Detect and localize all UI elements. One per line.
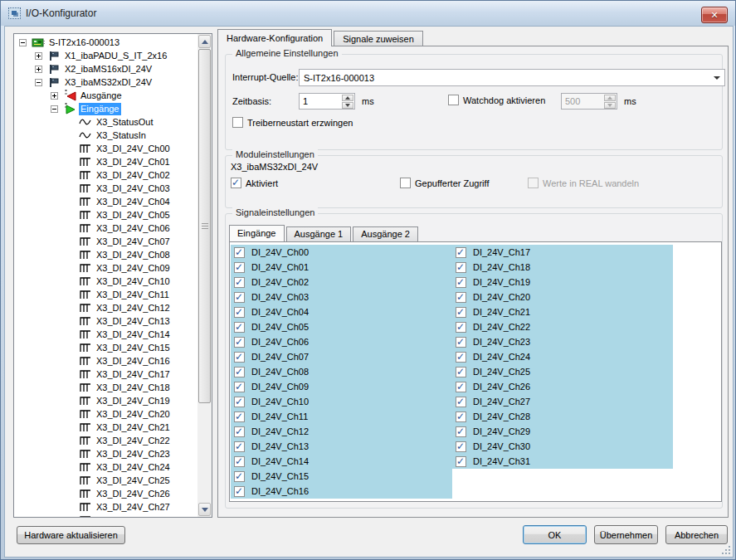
tree-item[interactable]: X3_DI_24V_Ch19 [14,394,197,407]
treiberneustart-checkbox[interactable] [232,117,243,128]
treiberneustart-checkbox-row[interactable]: Treiberneustart erzwingen [232,117,353,128]
signal-checkbox[interactable] [456,352,466,363]
signal-checkbox[interactable] [234,262,245,273]
tree-item[interactable]: X3_DI_24V_Ch24 [14,460,197,474]
signal-checkbox[interactable] [456,456,466,467]
signal-checkbox[interactable] [456,307,466,318]
signal-checkbox[interactable] [456,292,466,303]
signal-checkbox-row[interactable]: DI_24V_Ch03 [231,290,452,304]
tree-item[interactable]: X1_ibaPADU_S_IT_2x16 [14,49,197,62]
tree-item[interactable]: X3_ibaMS32xDI_24V [14,75,197,89]
tree-item[interactable]: X3_DI_24V_Ch01 [14,155,197,168]
tree-item[interactable]: X3_DI_24V_Ch00 [14,142,197,155]
tree-item-label[interactable]: X3_DI_24V_Ch13 [95,315,172,328]
signal-checkbox-row[interactable]: DI_24V_Ch12 [231,424,452,439]
tree-item[interactable]: X3_DI_24V_Ch04 [14,195,197,208]
tree-item-label[interactable]: X3_DI_24V_Ch20 [95,408,172,421]
signal-checkbox[interactable] [234,441,245,452]
scroll-down-button[interactable] [198,503,211,516]
signal-checkbox-row[interactable]: DI_24V_Ch17 [452,245,673,260]
tree-item-label[interactable]: X3_DI_24V_Ch10 [95,275,172,288]
hardware-aktualisieren-button[interactable]: Hardware aktualisieren [17,526,125,544]
signal-checkbox-row[interactable]: DI_24V_Ch13 [231,439,452,454]
expand-icon[interactable] [35,66,42,73]
tab-eingaenge[interactable]: Eingänge [229,225,285,241]
signal-checkbox[interactable] [234,426,245,437]
signal-checkbox[interactable] [234,247,245,258]
tab-signale-zuweisen[interactable]: Signale zuweisen [334,31,423,46]
signal-checkbox-row[interactable]: DI_24V_Ch24 [452,349,673,364]
tree-item-label[interactable]: X3_DI_24V_Ch05 [95,209,172,222]
tree-item[interactable]: X3_DI_24V_Ch28 [14,514,197,518]
tree-item-label[interactable]: X3_DI_24V_Ch11 [95,289,171,301]
tree-item[interactable]: X3_DI_24V_Ch12 [14,301,197,314]
signal-checkbox-row[interactable]: DI_24V_Ch22 [452,319,673,334]
signal-checkbox[interactable] [234,411,245,422]
tree-item[interactable]: Eingänge [14,102,197,115]
tree-item[interactable]: X3_StatusOut [14,115,197,129]
tree-item[interactable]: X3_DI_24V_Ch20 [14,407,197,421]
tree-item-label[interactable]: X3_DI_24V_Ch16 [95,355,172,368]
tab-ausgaenge-1[interactable]: Ausgänge 1 [286,226,352,241]
collapse-icon[interactable] [51,105,58,113]
tree-item[interactable]: X3_DI_24V_Ch22 [14,434,197,447]
tree-item[interactable]: S-IT2x16-000013 [14,36,197,49]
tree-scrollbar[interactable] [197,34,212,517]
tree-item-label[interactable]: X3_DI_24V_Ch02 [95,169,172,182]
tree-item[interactable]: X3_DI_24V_Ch10 [14,275,197,288]
signal-checkbox[interactable] [456,441,466,452]
tree-item[interactable]: X3_DI_24V_Ch05 [14,208,197,222]
tree-item-label[interactable]: X2_ibaMS16xDI_24V [63,63,154,75]
tree-item-label[interactable]: X3_StatusIn [95,129,148,142]
tree-item-label[interactable]: X3_DI_24V_Ch21 [95,421,172,434]
signal-checkbox-row[interactable]: DI_24V_Ch27 [452,394,673,409]
signal-checkbox[interactable] [456,382,466,392]
collapse-icon[interactable] [35,79,42,86]
tree-item-label[interactable]: X3_DI_24V_Ch26 [95,488,172,500]
signal-checkbox-row[interactable]: DI_24V_Ch23 [452,334,673,349]
stepper-down-button[interactable] [342,102,353,109]
signal-checkbox[interactable] [456,247,466,258]
signal-checkbox[interactable] [234,471,245,482]
tree-item[interactable]: X3_DI_24V_Ch06 [14,222,197,235]
signal-checkbox-row[interactable]: DI_24V_Ch08 [231,364,452,379]
resize-grip[interactable] [722,546,730,554]
signal-checkbox[interactable] [456,337,466,348]
signal-checkbox-row[interactable]: DI_24V_Ch01 [231,260,452,275]
signal-checkbox-row[interactable]: DI_24V_Ch14 [231,454,452,469]
tree-item-label[interactable]: X3_DI_24V_Ch23 [95,448,172,460]
signal-checkbox[interactable] [234,367,245,377]
tree-item-label[interactable]: X3_DI_24V_Ch22 [95,435,172,447]
tree-item-label[interactable]: X3_DI_24V_Ch06 [95,222,172,235]
tree-item[interactable]: X3_DI_24V_Ch08 [14,248,197,261]
tree-item-label[interactable]: X3_DI_24V_Ch00 [95,143,172,155]
tree-item-label[interactable]: X3_ibaMS32xDI_24V [63,76,154,89]
signal-checkbox[interactable] [234,486,245,497]
signal-checkbox[interactable] [234,277,245,288]
aktiviert-checkbox[interactable] [231,178,241,188]
expand-icon[interactable] [35,52,42,60]
tree-item-label[interactable]: Eingänge [79,103,121,115]
tree-item-label[interactable]: X3_DI_24V_Ch17 [95,368,172,381]
tree-item-label[interactable]: X3_DI_24V_Ch15 [95,342,172,354]
signal-checkbox[interactable] [234,307,245,318]
signal-checkbox-row[interactable]: DI_24V_Ch29 [452,424,673,439]
signal-checkbox-row[interactable]: DI_24V_Ch15 [231,469,452,484]
tree-item[interactable]: X3_DI_24V_Ch17 [14,368,197,381]
interrupt-quelle-select[interactable]: S-IT2x16-000013 [299,69,725,86]
signal-checkbox-row[interactable]: DI_24V_Ch25 [452,364,673,379]
tree-item[interactable]: X3_DI_24V_Ch21 [14,421,197,434]
signal-checkbox[interactable] [456,367,466,377]
abbrechen-button[interactable]: Abbrechen [665,525,728,544]
tab-ausgaenge-2[interactable]: Ausgänge 2 [353,226,418,241]
tree-item-label[interactable]: S-IT2x16-000013 [47,37,121,49]
tree-item-label[interactable]: X3_DI_24V_Ch27 [95,501,172,514]
signal-checkbox-row[interactable]: DI_24V_Ch21 [452,304,673,319]
gepufferter-zugriff-checkbox[interactable] [400,178,411,188]
signal-checkbox-row[interactable]: DI_24V_Ch04 [231,304,452,319]
signal-checkbox[interactable] [234,456,245,467]
signal-checkbox-row[interactable]: DI_24V_Ch28 [452,409,673,424]
tree-item[interactable]: X3_DI_24V_Ch09 [14,261,197,275]
signal-checkbox[interactable] [234,337,245,348]
signal-checkbox-row[interactable]: DI_24V_Ch20 [452,290,673,304]
